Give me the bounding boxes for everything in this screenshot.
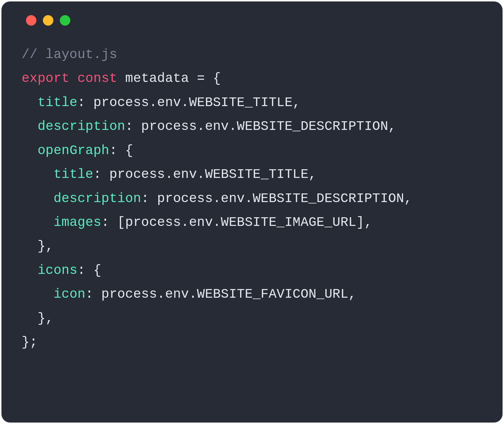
keyword-export: export xyxy=(22,71,70,86)
indent xyxy=(22,191,53,206)
code-text: : process.env.WEBSITE_TITLE, xyxy=(93,167,317,182)
code-text: : process.env.WEBSITE_DESCRIPTION, xyxy=(125,119,396,134)
code-text: : process.env.WEBSITE_FAVICON_URL, xyxy=(85,287,357,302)
indent xyxy=(22,95,37,110)
code-block: // layout.js export const metadata = { t… xyxy=(22,43,482,354)
code-text: }, xyxy=(22,239,53,254)
property-title: title xyxy=(53,167,93,182)
minimize-icon[interactable] xyxy=(43,15,53,26)
property-opengraph: openGraph xyxy=(37,143,109,158)
keyword-const: const xyxy=(78,71,118,86)
indent xyxy=(22,167,53,182)
property-description: description xyxy=(37,119,125,134)
property-description: description xyxy=(53,191,141,206)
code-comment: // layout.js xyxy=(22,47,117,62)
property-images: images xyxy=(53,215,101,230)
close-icon[interactable] xyxy=(26,15,36,26)
code-text: : { xyxy=(109,143,133,158)
maximize-icon[interactable] xyxy=(60,15,70,26)
indent xyxy=(22,287,53,302)
code-text: }, xyxy=(22,311,53,326)
code-text: : process.env.WEBSITE_TITLE, xyxy=(78,95,301,110)
property-title: title xyxy=(37,95,78,110)
indent xyxy=(22,215,53,230)
code-window: // layout.js export const metadata = { t… xyxy=(1,1,503,423)
code-text: metadata = { xyxy=(117,71,221,86)
code-text: : [process.env.WEBSITE_IMAGE_URL], xyxy=(101,215,372,230)
indent xyxy=(22,119,37,134)
window-controls xyxy=(26,15,482,26)
property-icons: icons xyxy=(37,263,78,278)
code-text: : process.env.WEBSITE_DESCRIPTION, xyxy=(141,191,412,206)
property-icon: icon xyxy=(53,287,85,302)
code-text: : { xyxy=(78,263,101,278)
code-text: }; xyxy=(22,335,37,350)
indent xyxy=(22,263,37,278)
indent xyxy=(22,143,37,158)
